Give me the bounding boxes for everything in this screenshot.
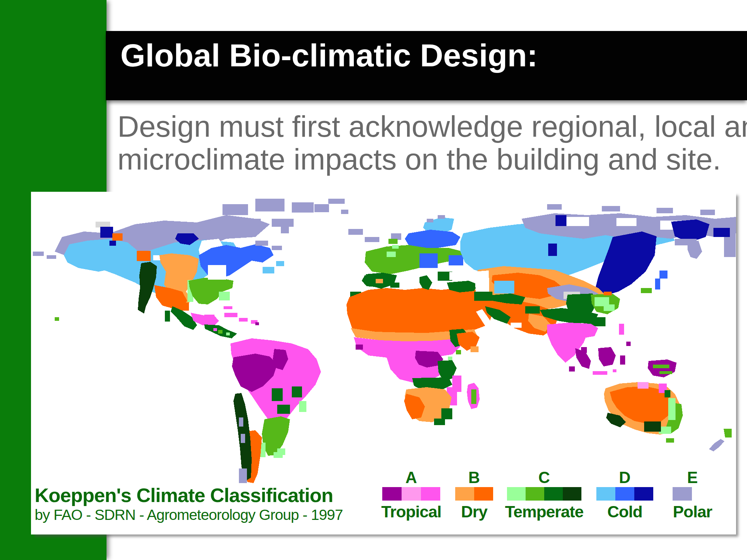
legend-label: Tropical (381, 503, 441, 520)
color-swatch (402, 487, 421, 501)
legend-code: E (687, 468, 698, 487)
legend-label: Polar (673, 503, 712, 520)
legend-swatches (382, 487, 440, 501)
legend-code: B (468, 468, 480, 487)
legend-swatches (596, 487, 653, 501)
legend-swatches (673, 487, 692, 501)
legend-group-tropical: A Tropical (382, 468, 440, 520)
color-swatch (382, 487, 402, 501)
slide: { "slide": { "title": "Global Bio-climat… (0, 0, 747, 560)
map-region-south-america (231, 338, 321, 483)
color-swatch (474, 487, 493, 501)
color-swatch (596, 487, 615, 501)
legend-swatches (455, 487, 493, 501)
legend-code: C (538, 468, 550, 487)
legend-code: D (619, 468, 631, 487)
map-region-asia (460, 204, 736, 375)
map-region-africa (347, 274, 495, 425)
color-swatch (563, 487, 581, 501)
map-title: Koeppen's Climate Classification (35, 485, 333, 506)
color-swatch (455, 487, 474, 501)
map-region-europe (365, 215, 478, 292)
body-line-2: microclimate impacts on the building and… (117, 143, 747, 176)
map-region-north-america (33, 199, 401, 338)
legend-code: A (406, 468, 417, 487)
legend-group-cold: D Cold (596, 468, 653, 520)
color-swatch (673, 487, 692, 501)
climate-map-figure: Koeppen's Climate Classification by FAO … (31, 192, 736, 534)
color-swatch (507, 487, 526, 501)
legend-group-temperate: C Temperate (507, 468, 581, 520)
map-region-oceania (604, 359, 732, 451)
legend-label: Dry (461, 503, 487, 520)
color-swatch (634, 487, 653, 501)
legend-label: Cold (607, 503, 642, 520)
color-swatch (544, 487, 563, 501)
slide-body-text: Design must first acknowledge regional, … (117, 110, 747, 176)
color-swatch (526, 487, 544, 501)
legend-label: Temperate (505, 503, 583, 520)
body-line-1: Design must first acknowledge regional, … (117, 110, 747, 143)
map-credit: by FAO - SDRN - Agrometeorology Group - … (35, 507, 343, 523)
legend-group-dry: B Dry (455, 468, 493, 520)
slide-title: Global Bio-climatic Design: (106, 31, 747, 74)
legend-swatches (507, 487, 581, 501)
title-bar: Global Bio-climatic Design: (106, 31, 747, 100)
legend-group-polar: E Polar (673, 468, 692, 520)
color-swatch (615, 487, 634, 501)
color-swatch (421, 487, 440, 501)
